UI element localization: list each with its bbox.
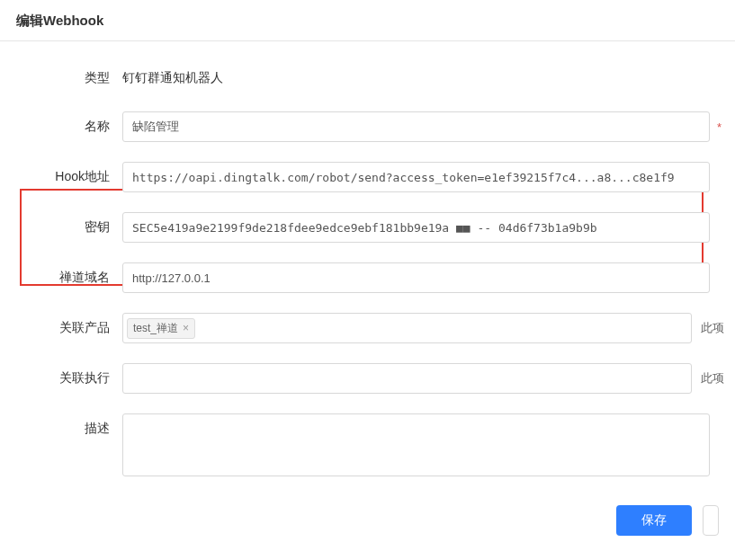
hint-exec: 此项 bbox=[701, 370, 726, 387]
row-exec: 关联执行 此项 bbox=[9, 363, 726, 394]
label-product: 关联产品 bbox=[9, 320, 122, 336]
dialog-header: 编辑Webhook bbox=[0, 0, 735, 41]
row-type: 类型 钉钉群通知机器人 bbox=[9, 65, 726, 92]
secret-input[interactable] bbox=[122, 212, 710, 243]
label-exec: 关联执行 bbox=[9, 370, 122, 387]
exec-input[interactable] bbox=[122, 363, 692, 394]
required-mark: * bbox=[717, 120, 726, 134]
secondary-button[interactable] bbox=[703, 505, 719, 536]
desc-textarea[interactable] bbox=[122, 413, 710, 476]
row-desc: 描述 bbox=[9, 413, 726, 476]
close-icon[interactable]: × bbox=[183, 323, 189, 333]
label-secret: 密钥 bbox=[9, 219, 122, 236]
product-tagbox[interactable]: test_禅道 × bbox=[122, 313, 692, 343]
row-hook: Hook地址 bbox=[9, 162, 726, 192]
domain-input[interactable] bbox=[122, 262, 710, 293]
dialog-footer: 保存 bbox=[0, 496, 735, 536]
row-domain: 禅道域名 bbox=[9, 262, 726, 293]
webhook-form: 类型 钉钉群通知机器人 名称 * Hook地址 密钥 禅道域名 关联产品 bbox=[0, 41, 735, 476]
label-desc: 描述 bbox=[9, 413, 122, 437]
save-button[interactable]: 保存 bbox=[616, 505, 692, 536]
label-hook: Hook地址 bbox=[9, 169, 122, 185]
label-name: 名称 bbox=[9, 119, 122, 135]
label-type: 类型 bbox=[9, 70, 122, 86]
row-name: 名称 * bbox=[9, 111, 726, 142]
dialog-title: 编辑Webhook bbox=[16, 13, 103, 28]
product-tag-text: test_禅道 bbox=[133, 321, 178, 336]
label-domain: 禅道域名 bbox=[9, 270, 122, 286]
product-tag[interactable]: test_禅道 × bbox=[127, 318, 195, 339]
row-product: 关联产品 test_禅道 × 此项 bbox=[9, 313, 726, 343]
row-secret: 密钥 bbox=[9, 212, 726, 243]
hint-product: 此项 bbox=[701, 320, 726, 336]
name-input[interactable] bbox=[122, 111, 710, 142]
hook-url-input[interactable] bbox=[122, 162, 710, 192]
value-type: 钉钉群通知机器人 bbox=[122, 65, 223, 92]
